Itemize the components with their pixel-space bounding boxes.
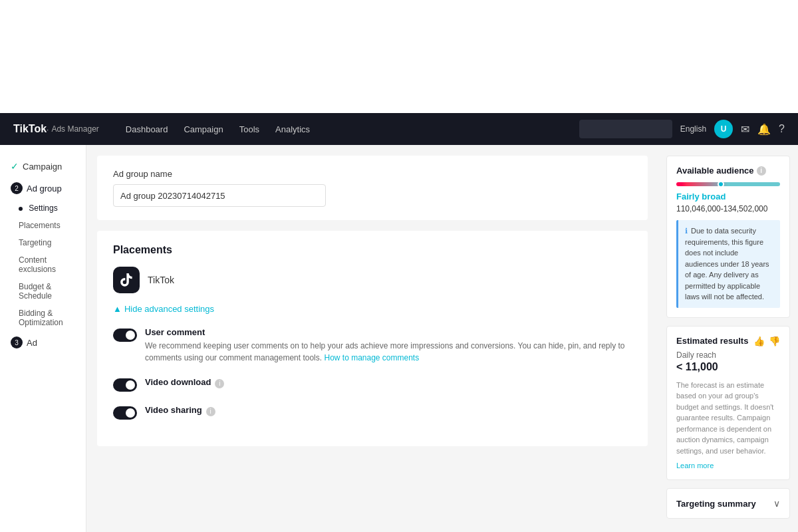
nav-campaign[interactable]: Campaign [184,124,223,134]
nav-tools[interactable]: Tools [239,124,259,134]
video-sharing-label: Video sharing [145,405,202,415]
brand-logo: TikTok· Ads Manager [13,123,99,135]
daily-reach-value: < 11,000 [676,361,780,373]
estimated-results-card: Estimated results 👍 👎 Daily reach < 11,0… [666,326,790,481]
chevron-down-icon: ∨ [773,498,780,509]
sidebar-sub-budget-schedule[interactable]: Budget & Schedule [0,278,86,305]
tiktok-placement-name: TikTok [148,275,174,285]
sidebar-item-ad[interactable]: 3 Ad [0,331,86,354]
sidebar-sub-placements[interactable]: Placements [0,217,86,234]
info-circle-icon: ℹ [685,227,688,235]
available-audience-card: Available audience i Fairly broad 110,04… [666,156,790,318]
user-comment-desc: We recommend keeping user comments on to… [145,340,632,364]
thumbs-up-icon[interactable]: 👍 [753,336,765,346]
daily-reach-label: Daily reach [676,350,780,360]
adgroup-name-label: Ad group name [113,169,632,179]
thumbs-down-icon[interactable]: 👎 [769,336,780,346]
estimated-title: Estimated results 👍 👎 [676,336,780,346]
step-icon-adgroup: 2 [11,182,23,194]
placements-card: Placements TikTok ▲ Hide advanced settin… [97,231,648,446]
search-input[interactable] [579,120,672,138]
audience-indicator [718,181,724,188]
main-layout: ✓ Campaign 2 Ad group Settings Placement… [0,145,798,532]
learn-more-link[interactable]: Learn more [676,462,714,469]
check-icon: ✓ [11,161,19,172]
estimated-desc: The forecast is an estimate based on you… [676,380,780,457]
chevron-up-icon: ▲ [113,304,122,314]
targeting-summary-title: Targeting summary [676,499,756,509]
user-comment-label: User comment [145,327,632,337]
lang-selector[interactable]: English [680,124,706,134]
placements-title: Placements [113,244,632,256]
sidebar-label-adgroup: Ad group [27,184,62,194]
audience-meter [676,182,780,186]
sidebar-sub-settings[interactable]: Settings [0,200,86,217]
sidebar-sub-content-exclusions[interactable]: Content exclusions [0,251,86,278]
sidebar: ✓ Campaign 2 Ad group Settings Placement… [0,145,86,532]
video-sharing-info-icon: i [206,407,215,416]
right-panel: Available audience i Fairly broad 110,04… [658,145,798,532]
sidebar-sub-targeting[interactable]: Targeting [0,234,86,251]
manage-comments-link[interactable]: How to manage comments [324,353,419,362]
tiktok-logo-icon [113,267,140,293]
mail-icon[interactable]: ✉ [741,123,749,136]
sidebar-item-adgroup[interactable]: 2 Ad group [0,177,86,200]
audience-title: Available audience i [676,166,780,176]
sidebar-item-campaign[interactable]: ✓ Campaign [0,156,86,177]
adgroup-name-input[interactable] [113,184,326,207]
navbar-right: English U ✉ 🔔 ? [579,120,785,138]
sidebar-label-ad: Ad [27,338,37,348]
video-download-info-icon: i [215,379,224,388]
video-download-label: Video download [145,377,211,387]
video-sharing-toggle[interactable] [113,406,137,420]
sidebar-label-campaign: Campaign [23,162,62,172]
adgroup-name-card: Ad group name [97,156,648,220]
user-comment-toggle-row: User comment We recommend keeping user c… [113,327,632,364]
navbar: TikTok· Ads Manager Dashboard Campaign T… [0,113,798,145]
video-download-toggle[interactable] [113,378,137,392]
content-area: Ad group name Placements TikTok ▲ Hide a… [86,145,658,532]
video-download-toggle-row: Video download i [113,377,632,392]
sidebar-sub-bidding[interactable]: Bidding & Optimization [0,305,86,331]
help-icon[interactable]: ? [779,123,785,135]
dot-icon [19,207,23,211]
audience-label: Fairly broad [676,192,780,201]
step-icon-ad: 3 [11,336,23,348]
nav-analytics[interactable]: Analytics [275,124,310,134]
hide-advanced-label: Hide advanced settings [124,304,214,314]
video-sharing-toggle-row: Video sharing i [113,405,632,420]
nav-dashboard[interactable]: Dashboard [126,124,168,134]
avatar[interactable]: U [714,120,733,138]
brand-sub: Ads Manager [51,124,98,134]
audience-range: 110,046,000-134,502,000 [676,204,780,213]
nav-links: Dashboard Campaign Tools Analytics [126,124,579,134]
top-space [0,0,798,113]
user-comment-toggle[interactable] [113,329,137,342]
tiktok-placement: TikTok [113,267,632,293]
targeting-summary-card[interactable]: Targeting summary ∨ [666,488,790,519]
audience-info-icon: i [757,166,766,176]
brand-name: TikTok· [13,123,49,135]
hide-advanced-button[interactable]: ▲ Hide advanced settings [113,304,632,314]
est-icons: 👍 👎 [753,336,780,346]
audience-info-box: ℹ Due to data security requirements, thi… [676,220,780,308]
bell-icon[interactable]: 🔔 [757,123,771,136]
